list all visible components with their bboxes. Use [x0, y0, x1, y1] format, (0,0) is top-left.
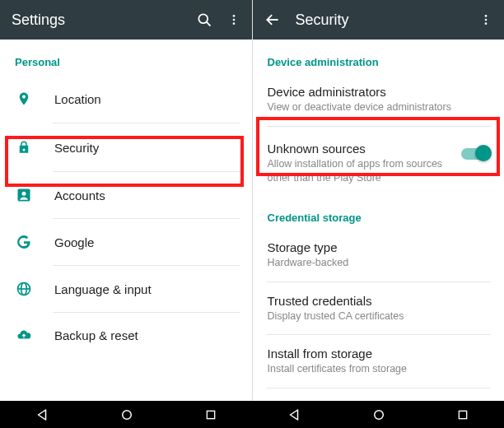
settings-title: Settings [12, 12, 181, 29]
section-header-personal: Personal [0, 40, 252, 75]
svg-point-3 [232, 19, 235, 21]
sidebar-item-label: Google [54, 235, 94, 249]
location-icon [15, 90, 33, 108]
item-unknown-sources[interactable]: Unknown sources Allow installation of ap… [253, 128, 505, 198]
security-pane: Security Device administration Device ad… [253, 0, 505, 401]
sidebar-item-label: Language & input [54, 282, 152, 296]
svg-point-13 [485, 22, 488, 25]
google-icon [15, 234, 33, 250]
sidebar-item-label: Backup & reset [54, 328, 138, 342]
sidebar-item-google[interactable]: Google [0, 219, 252, 265]
item-subtitle: Allow installation of apps from sources … [268, 157, 452, 185]
svg-point-0 [198, 14, 208, 23]
overflow-icon[interactable] [227, 12, 240, 28]
item-trusted-creds[interactable]: Trusted credentials Display trusted CA c… [253, 284, 505, 333]
item-title: Clear credentials [268, 400, 490, 401]
accounts-icon [15, 187, 33, 203]
item-title: Unknown sources [268, 142, 452, 156]
divider [266, 126, 492, 127]
settings-pane: Settings Personal Location Securit [0, 0, 252, 401]
overflow-icon[interactable] [479, 12, 492, 28]
svg-point-16 [375, 410, 384, 419]
sidebar-item-security[interactable]: Security [0, 123, 252, 171]
android-navbar [0, 401, 504, 428]
sidebar-item-language[interactable]: Language & input [0, 266, 252, 312]
section-header-cred-storage: Credential storage [253, 198, 505, 230]
nav-home-icon[interactable] [371, 407, 386, 422]
item-storage-type[interactable]: Storage type Hardware-backed [253, 230, 505, 280]
divider [266, 281, 492, 282]
sidebar-item-label: Location [54, 92, 101, 106]
sidebar-item-backup[interactable]: Backup & reset [0, 313, 252, 357]
svg-point-14 [123, 410, 132, 419]
security-list: Device administration Device administrat… [253, 40, 505, 401]
divider [266, 334, 492, 335]
security-header: Security [253, 0, 505, 40]
svg-point-2 [232, 15, 235, 17]
settings-list: Personal Location Security Accounts [0, 40, 252, 401]
svg-point-4 [232, 22, 235, 25]
back-icon[interactable] [264, 12, 281, 28]
nav-back-icon[interactable] [35, 407, 49, 422]
item-title: Device administrators [268, 85, 490, 99]
cloud-up-icon [15, 328, 33, 342]
svg-line-1 [206, 22, 210, 26]
settings-header: Settings [0, 0, 252, 40]
svg-point-6 [22, 192, 26, 196]
sidebar-item-location[interactable]: Location [0, 75, 252, 123]
item-subtitle: Hardware-backed [268, 256, 490, 270]
nav-home-icon[interactable] [119, 407, 134, 422]
svg-rect-17 [459, 411, 466, 418]
nav-recent-icon[interactable] [456, 408, 469, 421]
item-install-storage[interactable]: Install from storage Install certificate… [253, 337, 505, 386]
svg-rect-15 [207, 411, 214, 418]
item-subtitle: Display trusted CA certificates [268, 309, 490, 323]
item-subtitle: Install certificates from storage [268, 362, 490, 376]
divider [266, 388, 492, 388]
search-icon[interactable] [196, 12, 212, 28]
item-subtitle: View or deactivate device administrators [268, 100, 490, 114]
section-header-device-admin: Device administration [253, 40, 505, 75]
item-title: Trusted credentials [268, 294, 490, 308]
unknown-sources-toggle[interactable] [461, 148, 489, 160]
item-device-admins[interactable]: Device administrators View or deactivate… [253, 75, 505, 124]
nav-recent-icon[interactable] [204, 408, 217, 421]
svg-point-12 [485, 19, 488, 21]
nav-back-icon[interactable] [287, 407, 301, 422]
item-title: Install from storage [268, 347, 490, 361]
sidebar-item-label: Security [54, 141, 99, 155]
globe-icon [15, 281, 33, 297]
sidebar-item-label: Accounts [54, 188, 105, 202]
sidebar-item-accounts[interactable]: Accounts [0, 172, 252, 218]
lock-icon [15, 138, 33, 156]
security-title: Security [296, 12, 465, 29]
svg-point-11 [485, 15, 488, 17]
item-clear-creds[interactable]: Clear credentials [253, 390, 505, 401]
item-title: Storage type [268, 240, 490, 254]
